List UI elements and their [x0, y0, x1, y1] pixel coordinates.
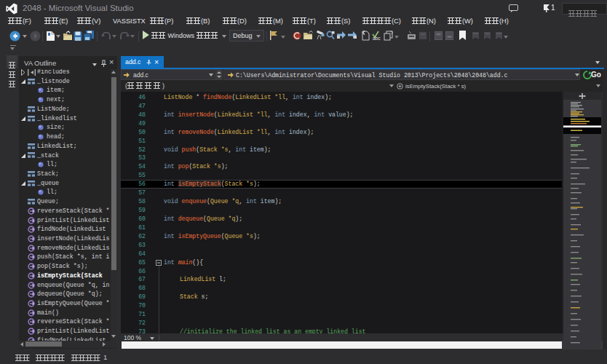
svg-text:abc: abc — [373, 36, 381, 41]
